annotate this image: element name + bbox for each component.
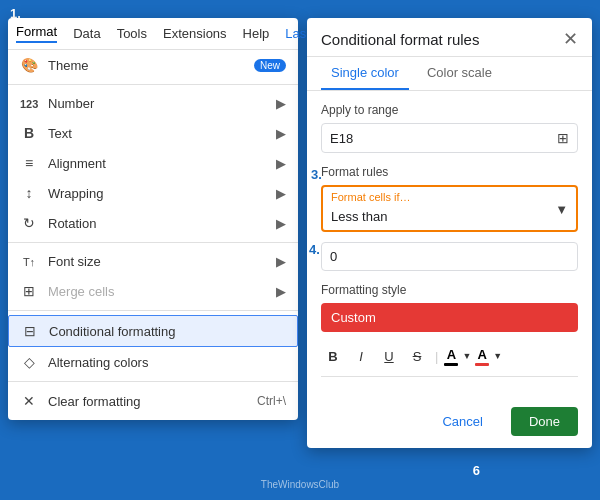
number-arrow-icon: ▶ [276, 96, 286, 111]
menu-item-alignment[interactable]: ≡ Alignment ▶ [8, 148, 298, 178]
divider2 [8, 242, 298, 243]
menu-item-wrapping[interactable]: ↕ Wrapping ▶ [8, 178, 298, 208]
menu-item-mergecells[interactable]: ⊞ Merge cells ▶ [8, 276, 298, 306]
divider3 [8, 310, 298, 311]
menu-item-rotation-label: Rotation [48, 216, 96, 231]
range-grid-icon: ⊞ [557, 130, 569, 146]
tab-color-scale[interactable]: Color scale [417, 57, 502, 90]
menu-item-clear-formatting[interactable]: ✕ Clear formatting Ctrl+\ [8, 386, 298, 416]
menu-item-number[interactable]: 123 Number ▶ [8, 89, 298, 118]
new-badge: New [254, 59, 286, 72]
fill-color-dropdown-icon[interactable]: ▼ [493, 351, 502, 361]
cf-tabs: Single color Color scale [307, 57, 592, 91]
cf-panel: Conditional format rules ✕ Single color … [307, 18, 592, 448]
menu-item-clear-formatting-label: Clear formatting [48, 394, 140, 409]
conditional-formatting-icon: ⊟ [21, 323, 39, 339]
menu-item-number-label: Number [48, 96, 94, 111]
done-button[interactable]: Done [511, 407, 578, 436]
bold-button[interactable]: B [321, 344, 345, 368]
rotation-icon: ↻ [20, 215, 38, 231]
text-icon: B [20, 125, 38, 141]
apply-to-range-label: Apply to range [321, 103, 578, 117]
range-input-container[interactable]: ⊞ [321, 123, 578, 153]
menu-item-fontsize-label: Font size [48, 254, 101, 269]
alternating-colors-icon: ◇ [20, 354, 38, 370]
cf-panel-title: Conditional format rules [321, 31, 479, 48]
underline-button[interactable]: U [377, 344, 401, 368]
divider4 [8, 381, 298, 382]
mergecells-icon: ⊞ [20, 283, 38, 299]
cf-close-button[interactable]: ✕ [563, 30, 578, 48]
divider1 [8, 84, 298, 85]
step6-label: 6 [473, 463, 480, 478]
cancel-button[interactable]: Cancel [424, 407, 500, 436]
number-icon: 123 [20, 98, 38, 110]
step3-label: 3. [311, 167, 322, 182]
fill-color-letter: A [478, 347, 487, 362]
menu-item-text-label: Text [48, 126, 72, 141]
menubar-data[interactable]: Data [73, 26, 100, 41]
text-arrow-icon: ▶ [276, 126, 286, 141]
menu-item-alternating-colors-label: Alternating colors [48, 355, 148, 370]
menubar-format[interactable]: Format [16, 24, 57, 43]
rotation-arrow-icon: ▶ [276, 216, 286, 231]
menu-item-fontsize[interactable]: T↑ Font size ▶ [8, 247, 298, 276]
alignment-icon: ≡ [20, 155, 38, 171]
font-color-letter: A [447, 347, 456, 362]
watermark: TheWindowsClub [261, 479, 339, 490]
menu-item-conditional-formatting[interactable]: ⊟ Conditional formatting [8, 315, 298, 347]
toolbar-divider: | [435, 349, 438, 364]
menu-item-theme[interactable]: 🎨 Theme New [8, 50, 298, 80]
menu-item-theme-label: Theme [48, 58, 88, 73]
fontsize-icon: T↑ [20, 256, 38, 268]
range-input[interactable] [330, 131, 551, 146]
format-menu: Format Data Tools Extensions Help Las...… [8, 18, 298, 420]
menubar-extensions[interactable]: Extensions [163, 26, 227, 41]
format-cells-hint: Format cells if… [323, 187, 576, 205]
value-input[interactable] [321, 242, 578, 271]
wrapping-icon: ↕ [20, 185, 38, 201]
menu-item-conditional-formatting-label: Conditional formatting [49, 324, 175, 339]
menubar-help[interactable]: Help [243, 26, 270, 41]
font-color-dropdown-icon[interactable]: ▼ [462, 351, 471, 361]
condition-select-wrapper: Format cells if… Less than Greater than … [321, 185, 578, 232]
cf-footer: Cancel Done [307, 399, 592, 448]
condition-select[interactable]: Less than Greater than Equal to Not equa… [323, 205, 576, 230]
step4-label: 4. [309, 242, 320, 257]
menu-item-alignment-label: Alignment [48, 156, 106, 171]
formatting-style-label: Formatting style [321, 283, 578, 297]
clear-formatting-icon: ✕ [20, 393, 38, 409]
menu-item-rotation[interactable]: ↻ Rotation ▶ [8, 208, 298, 238]
menu-item-wrapping-label: Wrapping [48, 186, 103, 201]
wrapping-arrow-icon: ▶ [276, 186, 286, 201]
formatting-toolbar: B I U S | A ▼ A ▼ [321, 340, 578, 377]
style-preview: Custom [321, 303, 578, 332]
menubar-tools[interactable]: Tools [117, 26, 147, 41]
strikethrough-button[interactable]: S [405, 344, 429, 368]
fill-color-bar [475, 363, 489, 366]
italic-button[interactable]: I [349, 344, 373, 368]
menu-item-mergecells-label: Merge cells [48, 284, 114, 299]
cf-panel-header: Conditional format rules ✕ [307, 18, 592, 57]
tab-single-color[interactable]: Single color [321, 57, 409, 90]
font-color-bar [444, 363, 458, 366]
alignment-arrow-icon: ▶ [276, 156, 286, 171]
format-rules-label: Format rules [321, 165, 578, 179]
cf-body: Apply to range ⊞ Format rules 3. Format … [307, 91, 592, 399]
theme-icon: 🎨 [20, 57, 38, 73]
font-color-button[interactable]: A [444, 347, 458, 366]
menu-item-text[interactable]: B Text ▶ [8, 118, 298, 148]
menu-item-alternating-colors[interactable]: ◇ Alternating colors [8, 347, 298, 377]
fontsize-arrow-icon: ▶ [276, 254, 286, 269]
clear-formatting-shortcut: Ctrl+\ [257, 394, 286, 408]
fill-color-button[interactable]: A [475, 347, 489, 366]
mergecells-arrow-icon: ▶ [276, 284, 286, 299]
